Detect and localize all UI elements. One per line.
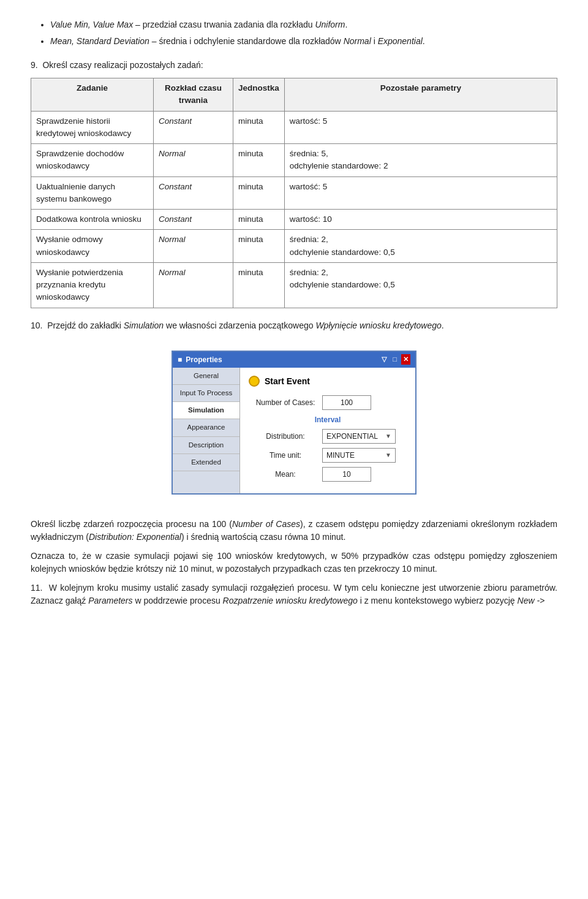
dialog-icon: ■	[178, 354, 182, 365]
row4-dist: Constant	[154, 210, 233, 230]
row1-unit: minuta	[233, 111, 285, 144]
bullet-section: Value Min, Value Max – przedział czasu t…	[31, 18, 557, 48]
col-header-task: Zadanie	[31, 78, 154, 112]
table-row: Dodatkowa kontrola wniosku Constant minu…	[31, 210, 557, 230]
distribution-label: Distribution:	[249, 431, 322, 442]
bullet-1-text: – przedział czasu trwania zadania dla ro…	[135, 20, 347, 29]
tab-simulation[interactable]: Simulation	[173, 402, 239, 419]
bullet-list: Value Min, Value Max – przedział czasu t…	[31, 18, 557, 48]
row3-unit: minuta	[233, 176, 285, 210]
task-table: Zadanie Rozkład czasutrwania Jednostka P…	[31, 78, 557, 308]
mean-row: Mean: 10	[249, 467, 407, 482]
dialog-minimize-button[interactable]: ▽	[380, 354, 388, 365]
bullet-2-bold: Mean, Standard Deviation	[50, 36, 149, 46]
row2-unit: minuta	[233, 144, 285, 177]
row6-dist: Normal	[154, 262, 233, 308]
tab-appearance[interactable]: Appearance	[173, 419, 239, 436]
dialog-title-text: Properties	[186, 354, 222, 365]
table-row: Sprawdzenie dochodów wnioskodawcy Normal…	[31, 144, 557, 177]
time-unit-label: Time unit:	[249, 450, 322, 461]
row6-task: Wysłanie potwierdzenia przyznania kredyt…	[31, 262, 154, 308]
mean-value[interactable]: 10	[322, 467, 371, 482]
panel-title-text: Start Event	[265, 375, 310, 388]
number-of-cases-label: Number of Cases:	[249, 397, 322, 408]
row2-dist: Normal	[154, 144, 233, 177]
properties-dialog: ■ Properties ▽ □ ✕ General Input To Proc…	[172, 351, 417, 495]
section-10: 10. Przejdź do zakładki Simulation we wł…	[31, 319, 557, 575]
table-row: Wysłanie potwierdzenia przyznania kredyt…	[31, 262, 557, 308]
row3-params: wartość: 5	[284, 176, 557, 210]
panel-title: Start Event	[249, 375, 407, 388]
row4-task: Dodatkowa kontrola wniosku	[31, 210, 154, 230]
section10-paragraph2: Oznacza to, że w czasie symulacji pojawi…	[31, 550, 557, 575]
col-header-params: Pozostałe parametry	[284, 78, 557, 112]
row1-dist: Constant	[154, 111, 233, 144]
section11-text: 11. W kolejnym kroku musimy ustalić zasa…	[31, 582, 557, 607]
bullet-item-2: Mean, Standard Deviation – średnia i odc…	[50, 35, 557, 48]
time-unit-dropdown-arrow: ▼	[385, 450, 391, 460]
section9-intro: Określ czasy realizacji pozostałych zada…	[42, 60, 203, 70]
row1-task: Sprawdzenie historii kredytowej wnioskod…	[31, 111, 154, 144]
table-row: Sprawdzenie historii kredytowej wnioskod…	[31, 111, 557, 144]
row4-unit: minuta	[233, 210, 285, 230]
time-unit-select[interactable]: MINUTE ▼	[322, 448, 396, 463]
dialog-close-button[interactable]: ✕	[401, 354, 410, 365]
bullet-2-text: – średnia i odchylenie standardowe dla r…	[152, 36, 425, 46]
row5-task: Wysłanie odmowy wnioskodawcy	[31, 230, 154, 263]
row1-params: wartość: 5	[284, 111, 557, 144]
tab-input-to-process[interactable]: Input To Process	[173, 385, 239, 402]
section-11: 11. W kolejnym kroku musimy ustalić zasa…	[31, 582, 557, 607]
row2-params: średnia: 5,odchylenie standardowe: 2	[284, 144, 557, 177]
row3-task: Uaktualnienie danych systemu bankowego	[31, 176, 154, 210]
row6-params: średnia: 2,odchylenie standardowe: 0,5	[284, 262, 557, 308]
section10-number: 10.	[31, 321, 42, 330]
dialog-title-bar: ■ Properties ▽ □ ✕	[173, 352, 415, 368]
bullet-item-1: Value Min, Value Max – przedział czasu t…	[50, 18, 557, 31]
section11-number: 11.	[31, 583, 42, 593]
section9-number: 9.	[31, 60, 38, 70]
tab-extended[interactable]: Extended	[173, 454, 239, 471]
distribution-dropdown-arrow: ▼	[385, 431, 391, 441]
tab-description[interactable]: Description	[173, 437, 239, 454]
main-panel: Start Event Number of Cases: 100 Interva…	[240, 368, 415, 493]
row5-unit: minuta	[233, 230, 285, 263]
sidebar-tabs: General Input To Process Simulation Appe…	[173, 368, 240, 493]
distribution-select[interactable]: EXPONENTIAL ▼	[322, 429, 396, 444]
row6-unit: minuta	[233, 262, 285, 308]
row5-dist: Normal	[154, 230, 233, 263]
dialog-body: General Input To Process Simulation Appe…	[173, 368, 415, 493]
table-header-row: Zadanie Rozkład czasutrwania Jednostka P…	[31, 78, 557, 112]
section10-paragraph1: Określ liczbę zdarzeń rozpoczęcia proces…	[31, 518, 557, 544]
title-left: ■ Properties	[178, 354, 222, 365]
distribution-value: EXPONENTIAL	[326, 431, 378, 442]
col-header-unit: Jednostka	[233, 78, 285, 112]
section-9: 9. Określ czasy realizacji pozostałych z…	[31, 59, 557, 308]
section9-heading: 9. Określ czasy realizacji pozostałych z…	[31, 59, 557, 72]
section10-heading: 10. Przejdź do zakładki Simulation we wł…	[31, 319, 557, 332]
mean-label: Mean:	[249, 469, 322, 480]
number-of-cases-value[interactable]: 100	[322, 395, 371, 410]
start-event-icon	[249, 376, 260, 387]
number-of-cases-row: Number of Cases: 100	[249, 395, 407, 410]
row3-dist: Constant	[154, 176, 233, 210]
interval-label: Interval	[249, 414, 407, 425]
table-row: Wysłanie odmowy wnioskodawcy Normal minu…	[31, 230, 557, 263]
col-header-distribution: Rozkład czasutrwania	[154, 78, 233, 112]
row2-task: Sprawdzenie dochodów wnioskodawcy	[31, 144, 154, 177]
tab-general[interactable]: General	[173, 368, 239, 385]
dialog-restore-button[interactable]: □	[391, 354, 399, 365]
table-row: Uaktualnienie danych systemu bankowego C…	[31, 176, 557, 210]
distribution-row: Distribution: EXPONENTIAL ▼	[249, 429, 407, 444]
title-icons: ▽ □ ✕	[380, 354, 410, 365]
dialog-container: ■ Properties ▽ □ ✕ General Input To Proc…	[31, 338, 557, 507]
bullet-1-bold: Value Min, Value Max	[50, 20, 133, 29]
time-unit-row: Time unit: MINUTE ▼	[249, 448, 407, 463]
time-unit-value: MINUTE	[326, 450, 355, 461]
row5-params: średnia: 2,odchylenie standardowe: 0,5	[284, 230, 557, 263]
row4-params: wartość: 10	[284, 210, 557, 230]
